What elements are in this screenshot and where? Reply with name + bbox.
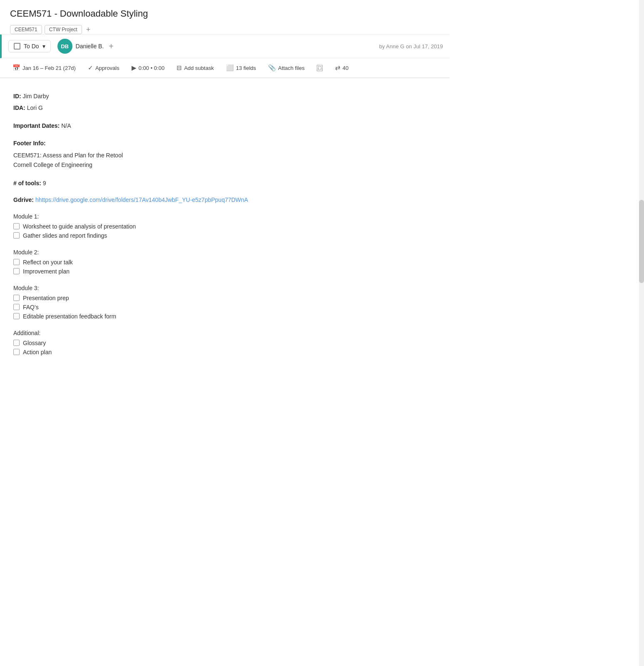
- modules-container: Module 1:Worksheet to guide analysis of …: [13, 213, 436, 355]
- add-assignee-button[interactable]: +: [109, 42, 114, 51]
- gdrive-label: Gdrive:: [13, 196, 34, 203]
- tools-value: 9: [43, 180, 46, 186]
- checklist-checkbox[interactable]: [13, 349, 20, 355]
- checklist-checkbox[interactable]: [13, 295, 20, 301]
- share-item[interactable]: ⇄ 40: [329, 62, 355, 73]
- module-title-3: Additional:: [13, 330, 436, 336]
- footer-info-label: Footer Info:: [13, 140, 46, 147]
- checklist-checkbox[interactable]: [13, 232, 20, 239]
- hierarchy-item[interactable]: ⿴: [311, 63, 329, 73]
- module-title-0: Module 1:: [13, 213, 436, 220]
- play-icon: ▶: [132, 64, 137, 72]
- gdrive-section: Gdrive: hhttps://drive.google.com/drive/…: [13, 196, 436, 203]
- approvals-icon: ✓: [88, 64, 93, 72]
- todo-chevron-icon: ▾: [42, 43, 45, 50]
- hierarchy-icon: ⿴: [317, 65, 323, 72]
- attach-files-item[interactable]: 📎 Attach files: [262, 62, 311, 73]
- checklist-item-label: Presentation prep: [23, 295, 69, 301]
- content-area: ID: Jim Darby IDA: Lori G Important Date…: [0, 78, 450, 375]
- fields-icon: ⬜: [226, 64, 234, 72]
- attach-files-label: Attach files: [278, 65, 305, 71]
- share-icon: ⇄: [335, 64, 341, 72]
- footer-info-label-row: Footer Info:: [13, 139, 436, 148]
- id-field: ID: Jim Darby: [13, 92, 436, 101]
- approvals-item[interactable]: ✓ Approvals: [82, 62, 126, 73]
- todo-status-button[interactable]: To Do ▾: [8, 40, 51, 52]
- list-item: FAQ's: [13, 304, 436, 311]
- list-item: Glossary: [13, 340, 436, 346]
- assignee-name: Danielle B.: [76, 43, 104, 50]
- time-label: 0:00 • 0:00: [139, 65, 164, 71]
- checklist-checkbox[interactable]: [13, 268, 20, 274]
- date-range-item[interactable]: 📅 Jan 16 – Feb 21 (27d): [7, 62, 82, 73]
- checklist-item-label: Improvement plan: [23, 268, 70, 275]
- avatar[interactable]: DB: [57, 39, 72, 54]
- checklist-checkbox[interactable]: [13, 340, 20, 346]
- ida-value: Lori G: [27, 104, 43, 111]
- checklist-checkbox[interactable]: [13, 304, 20, 310]
- checklist-checkbox[interactable]: [13, 259, 20, 265]
- important-dates-value: N/A: [61, 122, 71, 129]
- time-tracking-item[interactable]: ▶ 0:00 • 0:00: [126, 62, 171, 73]
- approvals-label: Approvals: [95, 65, 119, 71]
- add-subtask-label: Add subtask: [184, 65, 214, 71]
- toolbar: 📅 Jan 16 – Feb 21 (27d) ✓ Approvals ▶ 0:…: [0, 58, 450, 78]
- module-section-3: Additional:GlossaryAction plan: [13, 330, 436, 355]
- status-bar: To Do ▾ DB Danielle B. + by Anne G on Ju…: [0, 35, 450, 58]
- list-item: Editable presentation feedback form: [13, 313, 436, 320]
- subtask-icon: ⊟: [177, 64, 182, 72]
- module-section-1: Module 2:Reflect on your talkImprovement…: [13, 249, 436, 275]
- list-item: Presentation prep: [13, 295, 436, 301]
- fields-label: 13 fields: [236, 65, 256, 71]
- module-section-0: Module 1:Worksheet to guide analysis of …: [13, 213, 436, 239]
- checklist-item-label: FAQ's: [23, 304, 39, 311]
- paperclip-icon: 📎: [268, 64, 276, 72]
- checklist-item-label: Worksheet to guide analysis of presentat…: [23, 223, 136, 230]
- fields-item[interactable]: ⬜ 13 fields: [220, 62, 262, 73]
- list-item: Worksheet to guide analysis of presentat…: [13, 223, 436, 230]
- checklist-item-label: Reflect on your talk: [23, 259, 73, 266]
- list-item: Reflect on your talk: [13, 259, 436, 266]
- module-title-1: Module 2:: [13, 249, 436, 256]
- checklist-item-label: Gather slides and report findings: [23, 232, 107, 239]
- tools-label: # of tools:: [13, 180, 41, 186]
- breadcrumb-add-button[interactable]: +: [86, 25, 91, 34]
- list-item: Gather slides and report findings: [13, 232, 436, 239]
- breadcrumb-ctw[interactable]: CTW Project: [45, 25, 82, 34]
- header-section: CEEM571 - Downloadable Styling CEEM571 C…: [0, 0, 450, 35]
- ida-label: IDA:: [13, 104, 25, 111]
- checklist-item-label: Editable presentation feedback form: [23, 313, 116, 320]
- todo-checkbox-icon: [14, 43, 20, 50]
- page-title: CEEM571 - Downloadable Styling: [10, 8, 440, 19]
- footer-line2: Cornell College of Engineering: [13, 160, 436, 170]
- share-count-label: 40: [343, 65, 348, 71]
- breadcrumb-row: CEEM571 CTW Project +: [10, 25, 440, 34]
- list-item: Improvement plan: [13, 268, 436, 275]
- module-title-2: Module 3:: [13, 285, 436, 291]
- checklist-checkbox[interactable]: [13, 313, 20, 319]
- module-section-2: Module 3:Presentation prepFAQ'sEditable …: [13, 285, 436, 320]
- important-dates-label: Important Dates:: [13, 122, 60, 129]
- footer-info-section: Footer Info: CEEM571: Assess and Plan fo…: [13, 139, 436, 170]
- checklist-item-label: Action plan: [23, 349, 52, 355]
- id-value: Jim Darby: [23, 93, 49, 99]
- id-label: ID:: [13, 93, 21, 99]
- tools-field: # of tools: 9: [13, 179, 436, 188]
- todo-label: To Do: [24, 43, 39, 50]
- checklist-item-label: Glossary: [23, 340, 46, 346]
- ida-field: IDA: Lori G: [13, 103, 436, 112]
- gdrive-link[interactable]: hhttps://drive.google.com/drive/folders/…: [35, 196, 248, 203]
- important-dates-field: Important Dates: N/A: [13, 121, 436, 130]
- created-by-info: by Anne G on Jul 17, 2019: [379, 43, 443, 50]
- list-item: Action plan: [13, 349, 436, 355]
- footer-line1: CEEM571: Assess and Plan for the Retool: [13, 151, 436, 161]
- checklist-checkbox[interactable]: [13, 223, 20, 229]
- date-range-label: Jan 16 – Feb 21 (27d): [22, 65, 76, 71]
- add-subtask-item[interactable]: ⊟ Add subtask: [171, 62, 220, 73]
- calendar-icon: 📅: [12, 64, 20, 72]
- page-wrapper: CEEM571 - Downloadable Styling CEEM571 C…: [0, 0, 450, 375]
- breadcrumb-ceem571[interactable]: CEEM571: [10, 25, 42, 34]
